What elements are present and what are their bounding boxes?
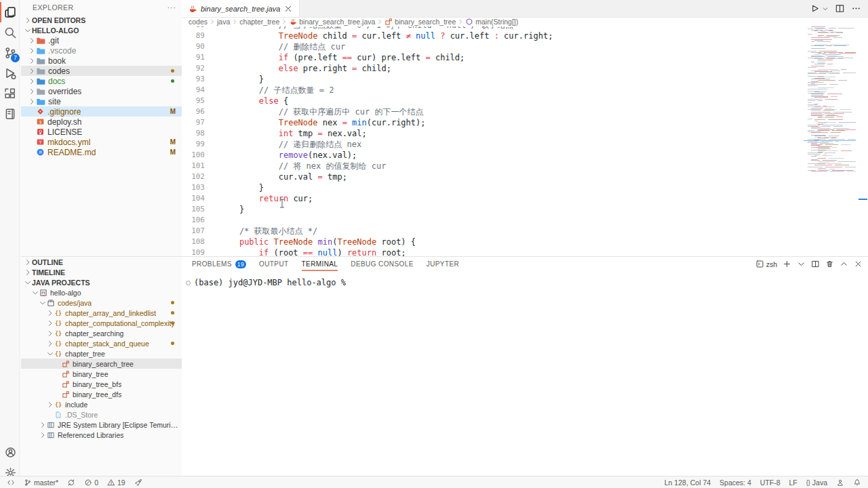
status-indentation[interactable]: Spaces: 4 <box>719 479 751 487</box>
code-editor[interactable]: 88 // 当子结点数量 = 0 / 1 时， child = null / 该… <box>182 20 804 256</box>
panel-tab-jupyter[interactable]: JUPYTER <box>427 257 459 272</box>
panel-action-split-terminal[interactable] <box>811 260 820 268</box>
panel-tab-terminal[interactable]: TERMINAL <box>302 257 338 272</box>
activity-bar-item-explorer[interactable] <box>0 2 20 22</box>
file-tree-item[interactable]: $deploy.sh <box>21 117 182 127</box>
panel-action-new-terminal[interactable] <box>783 260 791 268</box>
code-line[interactable]: 104 return cur; <box>182 193 804 204</box>
java-tree-item[interactable]: codes/java <box>21 298 182 308</box>
java-tree-item[interactable]: binary_search_tree <box>21 359 182 369</box>
code-line[interactable]: 92 else pre.right = child; <box>182 63 804 74</box>
code-line[interactable]: 98 int tmp = nex.val; <box>182 128 804 139</box>
panel-action-maximize-panel[interactable] <box>840 260 848 268</box>
project-root-section[interactable]: HELLO-ALGO <box>21 25 182 35</box>
code-line[interactable]: 93 } <box>182 74 804 85</box>
java-projects-section[interactable]: JAVA PROJECTS <box>21 277 182 287</box>
java-tree-item[interactable]: binary_tree <box>21 369 182 379</box>
status-cursor-position[interactable]: Ln 128, Col 74 <box>665 479 711 487</box>
status-errors[interactable]: 0 <box>84 479 98 487</box>
panel-tab-debug-console[interactable]: DEBUG CONSOLE <box>351 257 413 272</box>
java-tree-item[interactable]: {}chapter_array_and_linkedlist <box>21 308 182 318</box>
code-line[interactable]: 101 // 将 nex 的值复制给 cur <box>182 161 804 171</box>
panel-action-kill-terminal[interactable] <box>825 260 834 268</box>
file-tree-item[interactable]: .gitignoreM <box>21 106 182 117</box>
chevron-down-icon[interactable] <box>822 5 829 12</box>
file-tree-item[interactable]: .git <box>21 35 182 45</box>
panel-tab-output[interactable]: OUTPUT <box>259 257 289 272</box>
java-tree-item[interactable]: .DS_Store <box>21 409 182 420</box>
activity-bar-item-source-control[interactable]: 7 <box>0 43 20 63</box>
breadcrumb-item[interactable]: main(String[]) <box>465 18 518 26</box>
timeline-section[interactable]: TIMELINE <box>21 267 182 277</box>
code-line[interactable]: 106 <box>182 215 804 226</box>
status-language-mode[interactable]: {}Java <box>806 479 827 487</box>
code-line[interactable]: 94 // 子结点数量 = 2 <box>182 85 804 96</box>
minimap[interactable] <box>804 17 856 256</box>
code-line[interactable]: 96 // 获取中序遍历中 cur 的下一个结点 <box>182 106 804 117</box>
panel-tab-problems[interactable]: PROBLEMS19 <box>192 257 246 272</box>
code-line[interactable]: 103 } <box>182 182 804 193</box>
file-tree-item[interactable]: docs <box>21 76 182 86</box>
code-line[interactable]: 109 if (root == null) return root; <box>182 247 804 256</box>
terminal-content[interactable]: (base) jyd@JYD-MBP hello-algo % <box>186 278 346 287</box>
java-tree-item[interactable]: binary_tree_dfs <box>21 389 182 399</box>
java-tree-item[interactable]: binary_tree_bfs <box>21 379 182 389</box>
java-tree-item[interactable]: {}chapter_computational_complexity <box>21 318 182 328</box>
panel-action-close-panel[interactable] <box>854 260 863 268</box>
activity-bar-item-extensions[interactable] <box>0 83 20 104</box>
code-line[interactable]: 95 else { <box>182 96 804 106</box>
file-tree-item[interactable]: Ymkdocs.ymlM <box>21 137 182 147</box>
breadcrumb-item[interactable]: codes <box>189 18 208 26</box>
file-tree-item[interactable]: MREADME.mdM <box>21 147 182 157</box>
panel-action-terminal-picker[interactable]: zsh <box>755 260 777 268</box>
java-tree-item[interactable]: {}chapter_searching <box>21 328 182 338</box>
breadcrumb-item[interactable]: chapter_tree <box>239 18 279 26</box>
ellipsis-icon[interactable] <box>851 3 861 14</box>
activity-bar-item-accounts[interactable] <box>0 442 20 462</box>
status-notifications[interactable] <box>853 479 861 487</box>
breadcrumb-item[interactable]: binary_search_tree <box>384 18 456 26</box>
file-tree-item[interactable]: overrides <box>21 86 182 96</box>
code-line[interactable]: 102 cur.val = tmp; <box>182 171 804 182</box>
explorer-more-actions-icon[interactable]: ··· <box>167 3 177 12</box>
file-tree-item[interactable]: book <box>21 56 182 66</box>
java-tree-item[interactable]: JRE System Library [Eclipse Temurin 17 [… <box>21 420 182 430</box>
status-encoding[interactable]: UTF-8 <box>760 479 781 487</box>
status-remote[interactable] <box>7 479 15 487</box>
file-tree-item[interactable]: LICENSE <box>21 127 182 137</box>
breadcrumb-item[interactable]: binary_search_tree.java <box>289 18 375 26</box>
file-tree-item[interactable]: codes <box>21 66 182 76</box>
code-line[interactable]: 100 remove(nex.val); <box>182 150 804 161</box>
code-line[interactable]: 105 } <box>182 204 804 215</box>
status-live-share[interactable] <box>134 479 142 487</box>
java-tree-item[interactable]: hello-algo <box>21 287 182 298</box>
status-branch[interactable]: master* <box>24 479 58 487</box>
status-feedback[interactable] <box>836 479 844 487</box>
outline-section[interactable]: OUTLINE <box>21 257 182 267</box>
java-tree-item[interactable]: {}chapter_tree <box>21 348 182 359</box>
code-line[interactable]: 108 public TreeNode min(TreeNode root) { <box>182 237 804 247</box>
split-icon[interactable] <box>835 3 845 14</box>
java-tree-item[interactable]: {}include <box>21 399 182 409</box>
java-tree-item[interactable]: Referenced Libraries <box>21 430 182 440</box>
activity-bar-item-run-debug[interactable] <box>0 63 20 83</box>
code-line[interactable]: 89 TreeNode child = cur.left ≠ null ? cu… <box>182 30 804 41</box>
java-tree-item[interactable]: {}chapter_stack_and_queue <box>21 338 182 348</box>
play-icon[interactable] <box>810 3 820 14</box>
status-warnings[interactable]: 19 <box>107 479 125 487</box>
code-line[interactable]: 91 if (pre.left == cur) pre.left = child… <box>182 52 804 63</box>
activity-bar-item-search[interactable] <box>0 22 20 43</box>
panel-action-terminal-dropdown[interactable] <box>797 260 806 268</box>
editor-tab-binary-search-tree[interactable]: binary_search_tree.java <box>182 0 300 17</box>
code-line[interactable]: 90 // 删除结点 cur <box>182 41 804 52</box>
file-tree-item[interactable]: .vscode <box>21 45 182 56</box>
breadcrumb-item[interactable]: java <box>217 18 230 26</box>
status-sync[interactable] <box>67 479 75 487</box>
activity-bar-item-notebook[interactable] <box>0 104 20 124</box>
code-line[interactable]: 107 /* 获取最小结点 */ <box>182 226 804 237</box>
status-eol[interactable]: LF <box>789 479 797 487</box>
open-editors-section[interactable]: OPEN EDITORS <box>21 15 182 25</box>
code-line[interactable]: 99 // 递归删除结点 nex <box>182 139 804 150</box>
code-line[interactable]: 97 TreeNode nex = min(cur.right); <box>182 117 804 128</box>
file-tree-item[interactable]: site <box>21 96 182 106</box>
